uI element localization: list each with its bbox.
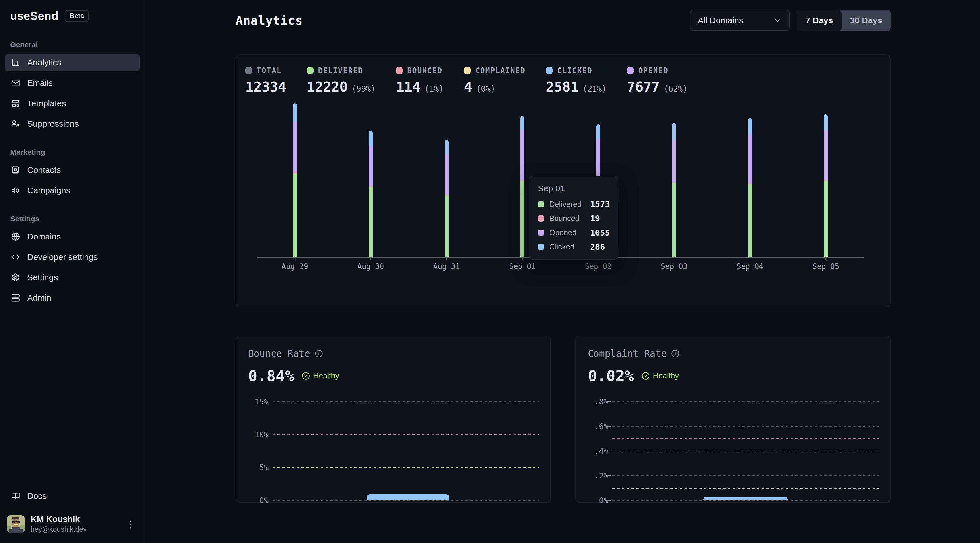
x-axis-tick	[294, 257, 295, 260]
tooltip-rows: Delivered1573Bounced19Opened1055Clicked2…	[538, 200, 609, 252]
section-label: Marketing	[5, 148, 140, 161]
sidebar-item-label: Emails	[27, 78, 53, 88]
rate-bar[interactable]	[703, 497, 788, 500]
sidebar-item-label: Domains	[27, 232, 61, 241]
stacked-bar-sep-05[interactable]	[824, 114, 828, 257]
info-icon[interactable]	[315, 349, 323, 358]
stat-value-row: 114(1%)	[396, 79, 444, 95]
gridline-.6%: .6%	[612, 426, 879, 427]
rate-bar[interactable]	[367, 494, 449, 500]
bar-segment-clicked	[369, 131, 372, 146]
range-button-30-days[interactable]: 30 Days	[842, 10, 891, 31]
sidebar-item-developer-settings[interactable]: Developer settings	[5, 248, 140, 266]
bar-segment-opened	[369, 146, 372, 186]
sidebar-item-contacts[interactable]: Contacts	[5, 161, 140, 179]
bar-segment-delivered	[445, 195, 449, 257]
profile-email: hey@koushik.dev	[30, 525, 119, 533]
profile-menu-icon[interactable]: ⋮	[124, 518, 137, 530]
complaint-rate-title: Complaint Rate	[588, 348, 667, 359]
stacked-bar-sep-01[interactable]	[520, 116, 524, 257]
stat-percent: (62%)	[663, 84, 687, 94]
user-x-icon	[11, 120, 20, 128]
stat-value-row: 4(0%)	[464, 79, 525, 95]
threshold-line	[612, 488, 879, 489]
page-title: Analytics	[235, 14, 303, 27]
bar-segment-clicked	[445, 140, 449, 154]
chevron-down-icon	[773, 16, 782, 25]
complaint-rate-chart: .8%.6%.4%.2%0%	[612, 401, 879, 500]
sidebar-item-domains[interactable]: Domains	[5, 228, 140, 245]
layout-template-icon	[11, 99, 20, 108]
stat-value: 114	[396, 79, 420, 95]
stacked-bar-sep-03[interactable]	[672, 123, 676, 257]
bar-segment-delivered	[824, 181, 828, 257]
tooltip-value: 286	[590, 242, 609, 252]
stacked-bar-aug-29[interactable]	[293, 103, 297, 257]
stat-label: OPENED	[627, 66, 688, 75]
user-profile[interactable]: KM Koushik hey@koushik.dev ⋮	[5, 514, 140, 533]
bar-segment-clicked	[597, 124, 600, 140]
stat-complained: COMPLAINED4(0%)	[464, 66, 525, 95]
bounce-rate-value: 0.84%	[248, 367, 294, 385]
bar-segment-opened	[293, 121, 297, 172]
sidebar-nav: GeneralAnalyticsEmailsTemplatesSuppressi…	[5, 41, 140, 322]
stacked-bar-sep-04[interactable]	[748, 118, 752, 257]
gridline-.4%: .4%	[612, 451, 879, 451]
stat-delivered: DELIVERED12220(99%)	[307, 66, 376, 95]
sidebar-item-label: Templates	[27, 98, 66, 108]
bounce-rate-title: Bounce Rate	[248, 348, 310, 359]
gridline-10%: 10%	[272, 434, 539, 435]
section-label: Settings	[5, 214, 140, 228]
sidebar-item-label: Suppressions	[27, 119, 79, 129]
sidebar-item-docs[interactable]: Docs	[5, 487, 140, 505]
gridline-5%: 5%	[272, 467, 539, 468]
nav-section-settings: SettingsDomainsDeveloper settingsSetting…	[5, 214, 140, 310]
megaphone-icon	[11, 186, 20, 195]
domain-filter-select[interactable]: All Domains	[690, 10, 790, 31]
sidebar-item-campaigns[interactable]: Campaigns	[5, 182, 140, 199]
info-icon[interactable]	[671, 349, 679, 358]
bar-segment-delivered	[293, 173, 297, 257]
tooltip-value: 1055	[590, 228, 610, 238]
gridline-0%: 0%	[272, 500, 539, 501]
y-axis-label: 10%	[255, 430, 269, 439]
sidebar-item-admin[interactable]: Admin	[5, 289, 140, 306]
sidebar-item-settings[interactable]: Settings	[5, 269, 140, 286]
book-open-icon	[11, 492, 20, 500]
tooltip-row-clicked: Clicked286	[538, 242, 609, 252]
stat-label-text: DELIVERED	[318, 66, 363, 75]
sidebar-item-suppressions[interactable]: Suppressions	[5, 115, 140, 133]
stacked-bar-aug-31[interactable]	[445, 140, 449, 257]
x-axis-label: Aug 31	[433, 262, 460, 271]
tooltip-value: 1573	[590, 200, 610, 209]
profile-info: KM Koushik hey@koushik.dev	[30, 514, 119, 533]
bar-segment-delivered	[672, 183, 676, 257]
sidebar: useSend Beta GeneralAnalyticsEmailsTempl…	[0, 0, 145, 543]
sidebar-item-analytics[interactable]: Analytics	[5, 54, 140, 71]
sidebar-item-templates[interactable]: Templates	[5, 95, 140, 112]
bar-segment-opened	[672, 140, 676, 182]
server-icon	[11, 294, 20, 302]
stat-value: 7677	[627, 79, 660, 95]
stacked-bar-aug-30[interactable]	[369, 131, 372, 257]
sidebar-item-label: Analytics	[27, 58, 61, 67]
stat-dot-icon	[627, 67, 634, 74]
logo-row: useSend Beta	[5, 8, 140, 24]
header-controls: All Domains 7 Days30 Days	[690, 10, 891, 31]
stat-percent: (21%)	[583, 84, 606, 94]
nav-section-marketing: MarketingContactsCampaigns	[5, 148, 140, 202]
stat-value-row: 12334	[245, 79, 286, 95]
contact-book-icon	[11, 166, 20, 174]
tooltip-value: 19	[590, 214, 609, 223]
stat-label-text: TOTAL	[257, 66, 282, 75]
bar-segment-opened	[748, 134, 752, 183]
stat-label-text: BOUNCED	[407, 66, 442, 75]
stat-label-text: COMPLAINED	[475, 66, 525, 75]
tooltip-label: Opened	[549, 229, 585, 237]
sidebar-item-emails[interactable]: Emails	[5, 74, 140, 92]
x-axis-tick	[370, 257, 371, 260]
y-axis-tick	[606, 475, 611, 476]
stat-label: TOTAL	[245, 66, 286, 75]
stat-dot-icon	[307, 67, 313, 74]
range-button-7-days[interactable]: 7 Days	[797, 10, 842, 31]
